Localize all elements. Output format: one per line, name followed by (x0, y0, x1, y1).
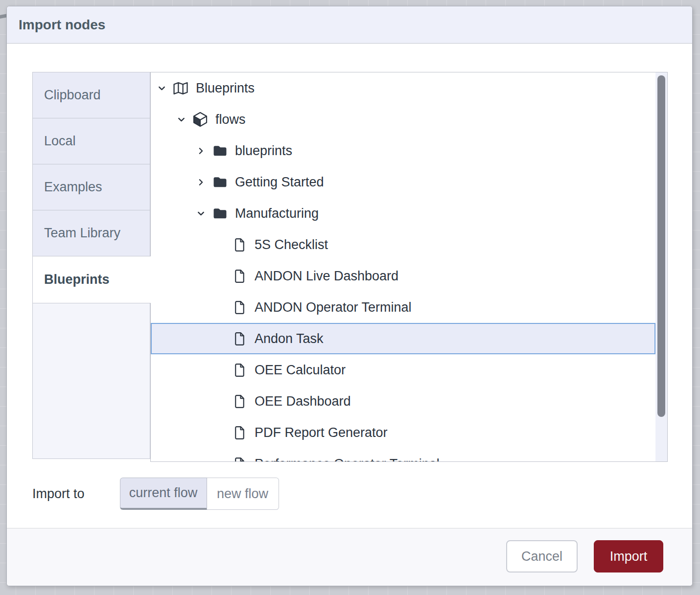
map-icon (172, 81, 189, 95)
tree-item-label: ANDON Live Dashboard (255, 269, 398, 284)
import-to-label: Import to (32, 486, 85, 502)
tab-label: Blueprints (44, 272, 110, 287)
dialog-footer: Cancel Import (7, 528, 692, 586)
flow-canvas: Import nodes ClipboardLocalExamplesTeam … (0, 0, 700, 595)
tree-item[interactable]: Andon Task (151, 323, 655, 354)
chevron-right-icon[interactable] (196, 178, 206, 187)
tree-item[interactable]: OEE Dashboard (151, 386, 655, 417)
file-icon (231, 394, 248, 409)
import-target-toggle: current flow new flow (120, 478, 279, 510)
dialog-header: Import nodes (7, 6, 692, 44)
blueprint-tree: BlueprintsflowsblueprintsGetting Started… (151, 72, 655, 462)
cube-icon (192, 112, 209, 127)
tree-item-label: 5S Checklist (255, 237, 328, 252)
tree-item-label: OEE Dashboard (255, 394, 351, 409)
tab-examples[interactable]: Examples (32, 164, 150, 210)
tab-label: Team Library (44, 226, 120, 241)
import-source-tabs: ClipboardLocalExamplesTeam LibraryBluepr… (32, 72, 150, 459)
scrollbar-thumb[interactable] (657, 75, 665, 417)
tab-team-library[interactable]: Team Library (32, 210, 150, 256)
chevron-down-icon[interactable] (196, 209, 206, 218)
file-icon (231, 363, 248, 377)
file-icon (231, 332, 248, 346)
chevron-down-icon[interactable] (176, 115, 186, 124)
tree-item[interactable]: PDF Report Generator (151, 417, 655, 448)
tree-item-label: flows (215, 112, 246, 127)
blueprint-tree-panel: BlueprintsflowsblueprintsGetting Started… (150, 72, 668, 462)
chevron-down-icon[interactable] (157, 84, 166, 93)
tree-item[interactable]: flows (151, 104, 655, 135)
tree-item[interactable]: Getting Started (151, 166, 655, 198)
sidebar-filler (32, 303, 150, 459)
tree-item[interactable]: OEE Calculator (151, 354, 655, 386)
folder-icon (211, 176, 228, 188)
tree-item[interactable]: Manufacturing (151, 198, 655, 229)
tree-item[interactable]: blueprints (151, 135, 655, 166)
file-icon (231, 300, 248, 315)
tab-label: Examples (44, 180, 102, 195)
tree-item-label: PDF Report Generator (255, 425, 388, 440)
dialog-title: Import nodes (19, 17, 105, 33)
import-button[interactable]: Import (594, 540, 663, 572)
file-icon (231, 457, 248, 462)
folder-icon (211, 145, 228, 157)
tree-item-label: Getting Started (235, 175, 324, 190)
cancel-button[interactable]: Cancel (506, 540, 578, 572)
tree-item[interactable]: 5S Checklist (151, 229, 655, 260)
tree-item-label: blueprints (235, 143, 292, 159)
tab-label: Clipboard (44, 88, 101, 103)
tree-item-label: ANDON Operator Terminal (255, 300, 412, 315)
scrollbar-track[interactable] (655, 72, 667, 461)
file-icon (231, 269, 248, 283)
file-icon (231, 426, 248, 440)
import-to-row: Import to current flow new flow (32, 478, 279, 510)
file-icon (231, 238, 248, 252)
import-nodes-dialog: Import nodes ClipboardLocalExamplesTeam … (6, 6, 693, 586)
tree-item-label: OEE Calculator (255, 363, 346, 378)
tree-item[interactable]: Blueprints (151, 72, 655, 104)
tree-item-label: Blueprints (196, 81, 255, 96)
toggle-new-flow[interactable]: new flow (207, 478, 279, 510)
tab-clipboard[interactable]: Clipboard (32, 72, 150, 118)
chevron-right-icon[interactable] (196, 146, 206, 156)
tab-blueprints[interactable]: Blueprints (32, 256, 151, 303)
tree-item[interactable]: ANDON Operator Terminal (151, 292, 655, 323)
tab-local[interactable]: Local (32, 118, 150, 164)
tree-item-label: Andon Task (255, 331, 324, 346)
tab-label: Local (44, 134, 76, 149)
folder-icon (211, 207, 228, 220)
toggle-current-flow[interactable]: current flow (120, 478, 207, 510)
tree-item[interactable]: Performance Operator Terminal (151, 448, 655, 462)
tree-item[interactable]: ANDON Live Dashboard (151, 260, 655, 292)
tree-item-label: Performance Operator Terminal (255, 457, 440, 462)
tree-item-label: Manufacturing (235, 206, 319, 221)
